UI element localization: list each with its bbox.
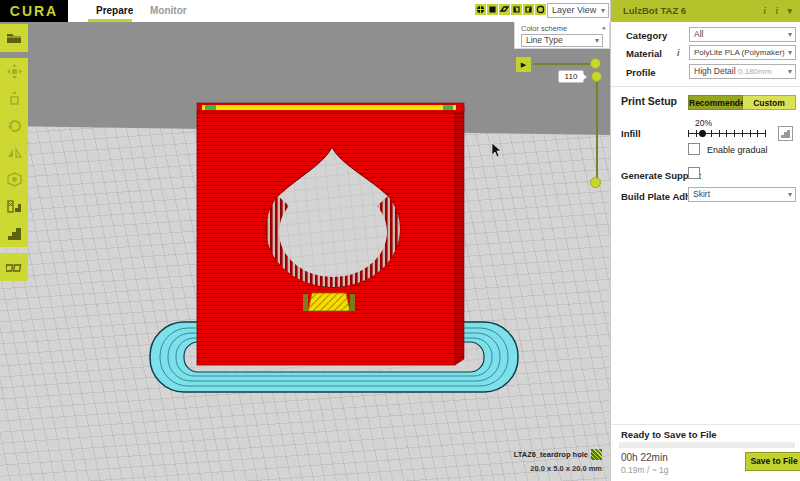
move-tool-button[interactable] xyxy=(0,58,28,85)
print-time: 00h 22min xyxy=(621,452,668,463)
profile-detail: 0.180mm xyxy=(738,67,771,76)
collapse-panel-icon[interactable]: ◂ xyxy=(601,24,605,32)
model-name-label: LTAZ6_teardrop hole xyxy=(514,450,588,459)
status-text: Ready to Save to File xyxy=(621,429,717,440)
gradual-infill-button[interactable] xyxy=(778,126,793,141)
infill-label: Infill xyxy=(621,128,641,139)
printer-info2-icon[interactable]: i xyxy=(775,0,778,22)
material-usage: 0.19m / ~ 1g xyxy=(621,465,669,475)
view-perspective-icon[interactable] xyxy=(535,4,546,15)
cura-window: CURA Prepare Monitor Layer View ▾ xyxy=(0,0,800,481)
color-scheme-value: Line Type xyxy=(526,35,563,45)
sliced-model-scene xyxy=(0,22,610,481)
hole-bottom-skin xyxy=(308,293,350,311)
printer-chevron-down-icon[interactable]: ▾ xyxy=(787,0,792,22)
view-front-icon[interactable] xyxy=(487,4,498,15)
edit-model-icon[interactable] xyxy=(591,449,602,460)
layer-number-tooltip: 110 xyxy=(558,70,584,83)
view-top-icon[interactable] xyxy=(499,4,510,15)
rotate-tool-button[interactable] xyxy=(0,112,28,139)
material-info-icon[interactable]: i xyxy=(677,48,680,58)
category-label: Category xyxy=(626,30,667,41)
mouse-cursor xyxy=(492,143,501,157)
enable-gradual-label: Enable gradual xyxy=(707,145,768,155)
top-bar: CURA Prepare Monitor Layer View ▾ xyxy=(0,0,610,22)
profile-dropdown[interactable]: High Detail 0.180mm ▾ xyxy=(689,64,796,79)
category-value: All xyxy=(694,29,703,39)
mode-recommended-button[interactable]: Recommended xyxy=(688,95,743,110)
adhesion-dropdown[interactable]: Skirt ▾ xyxy=(688,187,796,202)
per-model-settings-icon xyxy=(7,172,22,187)
rotate-icon xyxy=(7,118,22,133)
mirror-tool-button[interactable] xyxy=(0,139,28,166)
view-3d-icon[interactable] xyxy=(475,4,486,15)
generate-support-checkbox[interactable] xyxy=(688,167,700,179)
view-mode-dropdown[interactable]: Layer View ▾ xyxy=(547,3,609,18)
layer-slider-bottom-handle[interactable] xyxy=(590,177,601,188)
color-scheme-label: Color scheme xyxy=(521,24,567,33)
merge-models-icon xyxy=(6,262,23,273)
enable-gradual-checkbox[interactable] xyxy=(688,143,700,155)
color-scheme-dropdown[interactable]: Line Type ▾ xyxy=(521,34,603,47)
merge-models-button[interactable] xyxy=(0,253,28,281)
profile-label: Profile xyxy=(626,67,656,78)
move-icon xyxy=(7,64,22,79)
open-file-icon xyxy=(6,32,22,44)
chevron-down-icon: ▾ xyxy=(595,35,599,47)
slice-progress-bar xyxy=(619,442,795,448)
save-to-file-button[interactable]: Save to File xyxy=(745,452,800,471)
view-left-icon[interactable] xyxy=(511,4,522,15)
settings-panel: LulzBot TAZ 6 i i ▾ Category All ▾ Mater… xyxy=(610,0,800,481)
model-teardrop-block xyxy=(197,103,464,365)
cura-logo: CURA xyxy=(0,0,68,22)
infill-value: 20% xyxy=(695,118,712,128)
top-skin xyxy=(202,105,456,110)
model-dimensions-label: 20.0 x 5.0 x 20.0 mm xyxy=(530,464,602,473)
gradual-infill-icon xyxy=(779,128,792,141)
layer-slider-top-handle[interactable] xyxy=(591,71,602,82)
material-value: PolyLite PLA (Polymaker) xyxy=(694,48,785,57)
chevron-down-icon: ▾ xyxy=(788,188,792,202)
scale-tool-button[interactable] xyxy=(0,85,28,112)
layer-slider-track[interactable] xyxy=(596,76,598,183)
scale-icon xyxy=(7,91,22,106)
material-label: Material xyxy=(626,48,662,59)
stairs-icon xyxy=(7,226,22,241)
material-dropdown[interactable]: PolyLite PLA (Polymaker) ▾ xyxy=(689,45,796,60)
layer-stairs-button[interactable] xyxy=(0,220,28,247)
print-setup-label: Print Setup xyxy=(621,95,677,107)
viewport-3d[interactable]: Color scheme ◂ Line Type ▾ ▶ 110 LTAZ6_t… xyxy=(0,22,610,481)
simulation-slider-handle[interactable] xyxy=(590,58,601,69)
support-blocker-button[interactable] xyxy=(0,193,28,220)
profile-value: High Detail xyxy=(694,66,736,76)
chevron-down-icon: ▾ xyxy=(788,65,792,79)
chevron-down-icon: ▾ xyxy=(601,4,605,18)
chevron-down-icon: ▾ xyxy=(788,28,792,42)
infill-slider-handle[interactable] xyxy=(699,130,706,137)
adhesion-value: Skirt xyxy=(693,189,710,199)
mode-custom-button[interactable]: Custom xyxy=(743,95,796,110)
inner-wall-right xyxy=(443,105,453,110)
open-file-button[interactable] xyxy=(0,24,28,52)
per-model-settings-button[interactable] xyxy=(0,166,28,193)
inner-wall-left xyxy=(205,105,216,110)
simulation-slider-track[interactable] xyxy=(533,63,595,65)
printer-header[interactable]: LulzBot TAZ 6 i i ▾ xyxy=(611,0,800,22)
support-blocker-icon xyxy=(7,199,22,214)
color-scheme-panel: Color scheme ◂ Line Type ▾ xyxy=(514,22,610,49)
play-simulation-button[interactable]: ▶ xyxy=(516,57,531,72)
chevron-down-icon: ▾ xyxy=(788,46,792,60)
mirror-icon xyxy=(7,145,22,160)
view-mode-value: Layer View xyxy=(552,5,596,15)
printer-info-icon[interactable]: i xyxy=(763,0,766,22)
printer-name: LulzBot TAZ 6 xyxy=(623,0,686,22)
tab-monitor[interactable]: Monitor xyxy=(150,0,187,22)
view-right-icon[interactable] xyxy=(523,4,534,15)
category-dropdown[interactable]: All ▾ xyxy=(689,27,796,42)
